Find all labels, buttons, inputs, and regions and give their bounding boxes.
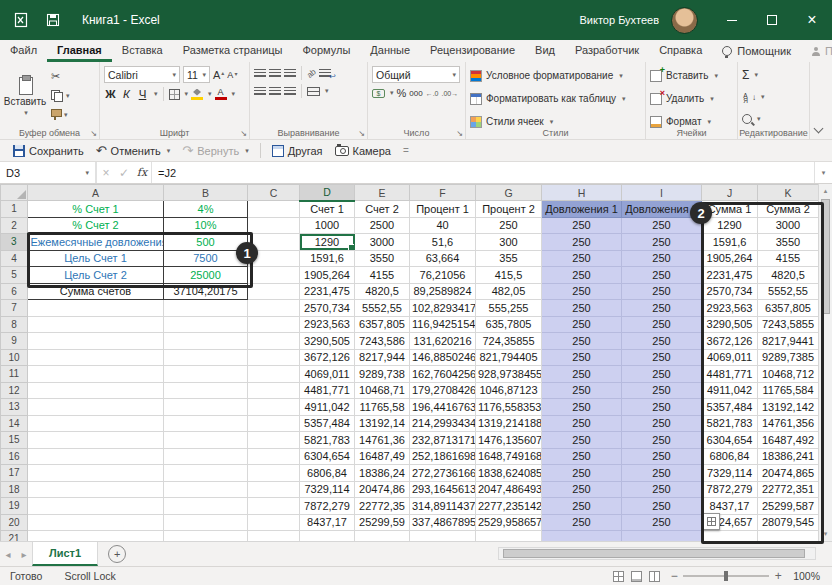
cell[interactable]: 3550 bbox=[355, 250, 410, 267]
select-all-corner[interactable] bbox=[1, 185, 28, 201]
cell[interactable]: 1591,6 bbox=[300, 250, 355, 267]
cell[interactable]: 179,2708426 bbox=[410, 382, 476, 399]
cell[interactable]: 7872,279 bbox=[702, 481, 758, 498]
cell[interactable] bbox=[164, 465, 248, 482]
cell[interactable] bbox=[164, 349, 248, 366]
italic-button[interactable]: К bbox=[120, 88, 133, 100]
cell[interactable]: 1476,135607 bbox=[476, 432, 542, 449]
cell[interactable]: 250 bbox=[622, 267, 702, 284]
cell[interactable]: 2277,235142 bbox=[476, 498, 542, 515]
cell[interactable]: 5821,783 bbox=[702, 415, 758, 432]
cell[interactable]: 724,35855 bbox=[476, 333, 542, 350]
cell[interactable]: 2923,563 bbox=[300, 316, 355, 333]
cell[interactable]: 250 bbox=[622, 333, 702, 350]
cell[interactable] bbox=[248, 481, 300, 498]
row-header[interactable]: 20 bbox=[1, 514, 28, 531]
orientation-icon[interactable]: ab bbox=[305, 67, 318, 80]
conditional-formatting-button[interactable]: Условное форматирование ▾ bbox=[470, 66, 641, 85]
cell[interactable]: 250 bbox=[622, 399, 702, 416]
sheet-nav-right-icon[interactable]: ▸ bbox=[16, 549, 32, 560]
camera-button[interactable]: Камера bbox=[330, 140, 396, 161]
row-header[interactable]: 8 bbox=[1, 316, 28, 333]
cell[interactable]: 6357,805 bbox=[758, 300, 819, 317]
cell[interactable] bbox=[28, 531, 164, 542]
cell[interactable]: 2231,475 bbox=[702, 267, 758, 284]
cell[interactable]: 102,8293417 bbox=[410, 300, 476, 317]
cell[interactable]: 1176,558353 bbox=[476, 399, 542, 416]
cell[interactable]: 18386,24 bbox=[355, 465, 410, 482]
column-header[interactable]: C bbox=[248, 185, 300, 201]
insert-cells-button[interactable]: + Вставить ▾ bbox=[650, 66, 733, 85]
cell[interactable]: 250 bbox=[542, 415, 622, 432]
column-header[interactable]: D bbox=[300, 185, 355, 201]
cell[interactable]: 51,6 bbox=[410, 234, 476, 251]
row-header[interactable]: 13 bbox=[1, 399, 28, 416]
cell[interactable] bbox=[248, 514, 300, 531]
cell[interactable]: 2570,734 bbox=[300, 300, 355, 317]
cell[interactable]: 3000 bbox=[355, 234, 410, 251]
cell[interactable]: 146,8850246 bbox=[410, 349, 476, 366]
underline-button[interactable]: Ч bbox=[136, 88, 149, 100]
cell[interactable] bbox=[28, 448, 164, 465]
zoom-thumb[interactable] bbox=[724, 571, 728, 581]
restore-button[interactable] bbox=[752, 0, 792, 40]
other-command-button[interactable]: Другая bbox=[267, 140, 328, 161]
cell[interactable]: 5357,484 bbox=[300, 415, 355, 432]
cell[interactable] bbox=[28, 300, 164, 317]
cell[interactable]: 11765,58 bbox=[355, 399, 410, 416]
find-select-button[interactable]: ▾ bbox=[742, 110, 805, 128]
cell[interactable]: Довложения 1 bbox=[542, 201, 622, 218]
row-header[interactable]: 6 bbox=[1, 283, 28, 300]
ribbon-tab[interactable]: Файл bbox=[0, 40, 47, 62]
decrease-decimal-icon[interactable]: .00→ bbox=[442, 90, 459, 97]
cell[interactable] bbox=[248, 531, 300, 542]
bold-button[interactable]: Ж bbox=[104, 88, 117, 100]
paste-button[interactable]: Вставить ▾ bbox=[4, 66, 46, 126]
increase-font-size-icon[interactable]: A▴ bbox=[213, 69, 224, 81]
row-header[interactable]: 5 bbox=[1, 267, 28, 284]
cell[interactable]: 8217,944 bbox=[355, 349, 410, 366]
cell[interactable]: 2231,475 bbox=[300, 283, 355, 300]
row-header[interactable]: 11 bbox=[1, 366, 28, 383]
column-header[interactable]: E bbox=[355, 185, 410, 201]
cell[interactable]: 1838,624085 bbox=[476, 465, 542, 482]
cell[interactable]: 20474,86 bbox=[355, 481, 410, 498]
cell[interactable]: 250 bbox=[542, 382, 622, 399]
row-header[interactable]: 17 bbox=[1, 465, 28, 482]
v-scroll-thumb[interactable] bbox=[821, 199, 830, 314]
cell[interactable] bbox=[355, 531, 410, 542]
sheet-tab[interactable]: Лист1 bbox=[32, 542, 98, 566]
sort-filter-button[interactable]: АЯ ↓ ▾ bbox=[742, 88, 805, 106]
accounting-format-icon[interactable]: $ bbox=[372, 89, 385, 98]
cell[interactable]: 250 bbox=[542, 316, 622, 333]
cell[interactable]: 250 bbox=[542, 349, 622, 366]
cell[interactable]: 250 bbox=[622, 300, 702, 317]
cell[interactable]: 250 bbox=[542, 217, 622, 234]
align-center-icon[interactable] bbox=[269, 87, 281, 96]
cell[interactable]: 415,5 bbox=[476, 267, 542, 284]
cell[interactable]: % Счет 1 bbox=[28, 201, 164, 218]
cell[interactable] bbox=[410, 531, 476, 542]
merge-center-icon[interactable] bbox=[307, 87, 320, 96]
cell[interactable] bbox=[28, 316, 164, 333]
cell[interactable]: 37104,20175 bbox=[164, 283, 248, 300]
undo-button[interactable]: ↶ Отменить ▾ bbox=[91, 140, 176, 161]
cell[interactable]: 2923,563 bbox=[702, 300, 758, 317]
cell[interactable]: 14761,36 bbox=[355, 432, 410, 449]
cell[interactable] bbox=[248, 399, 300, 416]
cell[interactable]: 3290,505 bbox=[702, 316, 758, 333]
cell[interactable] bbox=[248, 415, 300, 432]
cell[interactable] bbox=[28, 465, 164, 482]
cell[interactable]: 250 bbox=[622, 498, 702, 515]
titlebar-save-icon[interactable] bbox=[46, 13, 60, 27]
cell[interactable]: 250 bbox=[622, 349, 702, 366]
cell[interactable]: 1046,87123 bbox=[476, 382, 542, 399]
cell[interactable]: 2570,734 bbox=[702, 283, 758, 300]
ribbon-collapse-icon[interactable] bbox=[814, 124, 824, 134]
cell[interactable]: 4069,011 bbox=[300, 366, 355, 383]
ribbon-tab[interactable]: Разметка страницы bbox=[173, 40, 293, 62]
format-painter-button[interactable]: ▾ bbox=[49, 106, 72, 123]
comma-style-icon[interactable]: 000 bbox=[409, 89, 422, 98]
cell[interactable] bbox=[164, 498, 248, 515]
fill-options-icon[interactable] bbox=[703, 513, 720, 530]
